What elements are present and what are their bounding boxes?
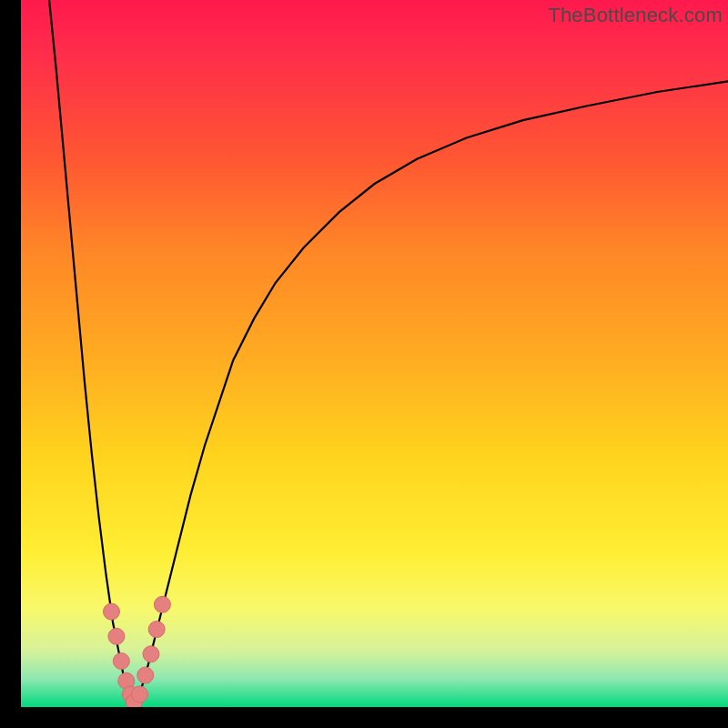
marker-point xyxy=(108,628,125,644)
chart-frame: TheBottleneck.com xyxy=(21,0,728,707)
marker-point xyxy=(143,646,159,662)
marker-point xyxy=(132,686,148,703)
marker-point xyxy=(154,596,170,612)
marker-point xyxy=(113,653,129,670)
curve-right-branch xyxy=(134,81,728,703)
chart-svg xyxy=(21,0,728,707)
curve-group xyxy=(49,0,728,703)
curve-left-branch xyxy=(49,0,134,703)
marker-group xyxy=(103,596,170,707)
marker-point xyxy=(103,603,119,620)
marker-point xyxy=(137,667,154,683)
marker-point xyxy=(148,622,165,638)
